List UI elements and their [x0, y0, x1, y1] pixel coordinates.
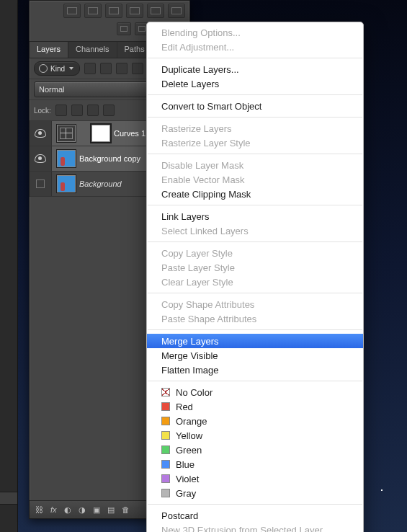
new-group-icon[interactable]: ▣ — [93, 505, 100, 515]
menu-separator — [148, 58, 362, 58]
color-swatch-icon — [161, 474, 170, 483]
layer-mask-thumbnail[interactable] — [91, 124, 111, 143]
fx-icon[interactable]: fx — [50, 505, 57, 514]
menu-item: Paste Shape Attributes — [147, 311, 363, 326]
menu-separator — [148, 94, 362, 95]
layer-thumbnail[interactable] — [56, 149, 76, 168]
filter-adjust-icon[interactable] — [100, 63, 112, 74]
menu-item[interactable]: Merge Layers — [147, 334, 363, 348]
color-swatch-icon — [161, 402, 170, 411]
menu-color-item[interactable]: No Color — [147, 385, 363, 399]
menu-color-label: Yellow — [176, 430, 202, 441]
preset-icon[interactable] — [147, 4, 164, 18]
layer-thumbnail[interactable] — [56, 174, 76, 193]
menu-item: Edit Adjustment... — [147, 40, 363, 54]
layer-context-menu: Blending Options...Edit Adjustment...Dup… — [146, 22, 364, 532]
menu-color-label: Gray — [176, 488, 196, 499]
menu-item[interactable]: Delete Layers — [147, 76, 363, 91]
menu-item: Rasterize Layer Style — [147, 136, 363, 150]
menu-separator — [148, 293, 362, 293]
new-adjustment-icon[interactable]: ◑ — [79, 505, 86, 515]
kind-filter-select[interactable]: Kind — [34, 61, 80, 76]
menu-color-item[interactable]: Orange — [147, 414, 363, 428]
preset-icon[interactable] — [168, 4, 185, 18]
filter-pixel-icon[interactable] — [84, 63, 96, 74]
tab-channels[interactable]: Channels — [68, 42, 117, 58]
menu-separator — [148, 329, 362, 330]
menu-item: Copy Layer Style — [147, 246, 363, 260]
new-layer-icon[interactable]: ▤ — [107, 505, 115, 515]
color-swatch-icon — [161, 445, 170, 454]
menu-color-label: Blue — [176, 459, 194, 470]
menu-color-label: Violet — [176, 474, 199, 484]
visibility-off-icon — [36, 179, 45, 188]
layer-name[interactable]: Curves 1 — [114, 129, 146, 138]
layer-name[interactable]: Background — [79, 179, 122, 188]
color-swatch-icon — [161, 417, 170, 425]
visibility-toggle[interactable] — [30, 172, 52, 196]
menu-item[interactable]: Link Layers — [147, 209, 363, 223]
menu-item: New 3D Extrusion from Selected Layer — [147, 523, 363, 532]
menu-color-item[interactable]: Yellow — [147, 428, 363, 443]
menu-color-label: Red — [176, 402, 193, 412]
eye-icon — [35, 129, 46, 138]
filter-shape-icon[interactable] — [132, 63, 143, 74]
layer-name[interactable]: Background copy — [79, 154, 140, 163]
lock-pixels-icon[interactable] — [71, 105, 83, 116]
menu-item[interactable]: Create Clipping Mask — [147, 187, 363, 201]
app-shell-edge — [0, 0, 18, 532]
color-swatch-icon — [161, 460, 170, 469]
visibility-toggle[interactable] — [30, 146, 52, 171]
menu-color-item[interactable]: Violet — [147, 471, 363, 486]
color-swatch-icon — [161, 388, 170, 396]
tab-layers[interactable]: Layers — [30, 42, 68, 58]
menu-item[interactable]: Merge Visible — [147, 348, 363, 363]
link-layers-icon[interactable]: ⛓ — [35, 505, 43, 514]
filter-type-icon[interactable] — [116, 63, 128, 74]
menu-item: Select Linked Layers — [147, 223, 363, 238]
menu-separator — [148, 504, 362, 505]
menu-separator — [148, 381, 362, 381]
menu-color-label: Green — [176, 445, 202, 456]
menu-color-item[interactable]: Green — [147, 443, 363, 457]
preset-icon[interactable] — [63, 4, 81, 18]
menu-color-item[interactable]: Gray — [147, 486, 363, 500]
menu-item[interactable]: Convert to Smart Object — [147, 99, 363, 113]
lock-position-icon[interactable] — [87, 105, 99, 116]
lock-transparent-icon[interactable] — [55, 105, 67, 116]
preset-icon[interactable] — [117, 22, 131, 35]
menu-item: Rasterize Layers — [147, 121, 363, 136]
lock-label: Lock: — [34, 107, 51, 115]
menu-item: Disable Layer Mask — [147, 158, 363, 172]
delete-layer-icon[interactable]: 🗑 — [122, 505, 130, 514]
menu-color-label: Orange — [176, 416, 207, 427]
color-swatch-icon — [161, 431, 170, 440]
menu-separator — [148, 205, 362, 205]
menu-separator — [148, 241, 362, 242]
menu-item: Clear Layer Style — [147, 275, 363, 289]
menu-color-item[interactable]: Red — [147, 399, 363, 414]
menu-item: Blending Options... — [147, 25, 363, 40]
preset-icon[interactable] — [84, 4, 102, 18]
lock-all-icon[interactable] — [103, 105, 115, 116]
add-mask-icon[interactable]: ◐ — [64, 505, 71, 515]
menu-item: Enable Vector Mask — [147, 172, 363, 187]
menu-item: Paste Layer Style — [147, 260, 363, 275]
menu-item: Copy Shape Attributes — [147, 297, 363, 311]
preset-icon[interactable] — [105, 4, 122, 18]
menu-item[interactable]: Postcard — [147, 508, 363, 523]
menu-separator — [148, 154, 362, 154]
menu-color-item[interactable]: Blue — [147, 457, 363, 471]
menu-item[interactable]: Duplicate Layers... — [147, 62, 363, 76]
layer-thumbnail-adjustment[interactable] — [56, 124, 76, 143]
visibility-toggle[interactable] — [30, 121, 52, 146]
menu-item[interactable]: Flatten Image — [147, 363, 363, 377]
menu-separator — [148, 117, 362, 118]
color-swatch-icon — [161, 489, 170, 497]
eye-icon — [35, 154, 46, 163]
menu-color-label: No Color — [176, 387, 213, 398]
preset-icon[interactable] — [126, 4, 143, 18]
